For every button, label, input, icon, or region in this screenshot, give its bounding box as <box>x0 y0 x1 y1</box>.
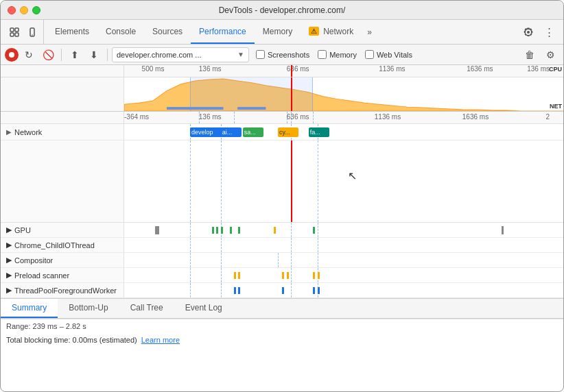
tab-elements[interactable]: Elements <box>47 20 97 44</box>
tab-bar: Elements Console Sources Performance Mem… <box>1 20 563 45</box>
upload-icon[interactable]: ⬆ <box>66 46 84 64</box>
title-bar: DevTools - developer.chrome.com/ <box>1 1 563 20</box>
ruler-tick-4: 1136 ms <box>379 65 405 73</box>
gpu-expand-icon[interactable]: ▶ <box>6 225 12 234</box>
ruler-tick-2: 136 ms <box>199 65 222 73</box>
tab-sources[interactable]: Sources <box>144 20 191 44</box>
tab-performance[interactable]: Performance <box>191 20 255 44</box>
gpu-green-1 <box>212 227 214 234</box>
time-selection <box>190 77 313 111</box>
network-row-content: develop ai... sa... cy... fa... <box>124 124 563 140</box>
settings-icon[interactable] <box>519 23 537 41</box>
total-blocking-text: Total blocking time: 0.00ms (estimated) <box>6 336 137 344</box>
download-icon[interactable]: ⬇ <box>85 46 103 64</box>
tab-overflow-btn[interactable]: » <box>362 20 377 44</box>
mobile-icon[interactable] <box>24 24 40 40</box>
screenshots-input[interactable] <box>256 50 265 59</box>
webvitals-checkbox[interactable]: Web Vitals <box>365 50 412 59</box>
ruler-tick-5: 1636 ms <box>467 65 493 73</box>
network-expand-icon[interactable]: ▶ <box>6 128 12 136</box>
minimize-button[interactable] <box>20 6 28 14</box>
memory-checkbox[interactable]: Memory <box>318 50 357 59</box>
gpu-label[interactable]: ▶ GPU <box>1 223 124 237</box>
record-button[interactable] <box>5 48 19 62</box>
comp-dv4 <box>291 253 292 267</box>
toolbar-settings-icon[interactable]: ⚙ <box>541 46 559 64</box>
btab-event-log[interactable]: Event Log <box>174 299 233 318</box>
gpu-bar-1 <box>155 226 159 234</box>
ct-dv3 <box>291 238 292 252</box>
tab-icons <box>3 20 44 44</box>
compositor-content <box>124 253 563 267</box>
checkbox-group: Screenshots Memory Web Vitals <box>256 50 412 59</box>
total-blocking-bar: Total blocking time: 0.00ms (estimated) … <box>1 333 563 347</box>
childiothread-expand-icon[interactable]: ▶ <box>6 241 12 249</box>
timeline-ruler: 500 ms 136 ms 636 ms 1136 ms 1636 ms 136… <box>1 65 563 77</box>
threadpool-label[interactable]: ▶ ThreadPoolForegroundWorker <box>1 283 124 297</box>
close-button[interactable] <box>8 6 16 14</box>
maximize-button[interactable] <box>32 6 40 14</box>
ruler-tick-3: 636 ms <box>287 65 309 73</box>
trash-icon[interactable]: 🗑 <box>521 46 539 64</box>
learn-more-link[interactable]: Learn more <box>141 336 180 344</box>
webvitals-input[interactable] <box>365 50 374 59</box>
tp-dv2 <box>221 283 222 297</box>
clear-button[interactable]: 🚫 <box>39 46 57 64</box>
btab-bottom-up[interactable]: Bottom-Up <box>58 299 119 318</box>
pl-dv1 <box>190 268 191 282</box>
compositor-expand-icon[interactable]: ▶ <box>6 256 12 265</box>
pl-yellow-3 <box>282 272 284 279</box>
reload-button[interactable]: ↻ <box>20 46 38 64</box>
gpu-dv1 <box>190 223 191 237</box>
tab-memory[interactable]: Memory <box>255 20 301 44</box>
time-tick-1: -364 ms <box>124 113 149 121</box>
time-tick-2: 136 ms <box>199 113 222 121</box>
time-tick-4: 1136 ms <box>375 113 401 121</box>
time-row: -364 ms 136 ms 636 ms 1136 ms 1636 ms 2 <box>1 112 563 124</box>
cursor-pointer-icon: ↖ <box>348 169 357 182</box>
tp-blue-4 <box>313 287 315 294</box>
net-chip-4: cy... <box>278 127 298 137</box>
svg-rect-0 <box>10 28 14 32</box>
compositor-label[interactable]: ▶ Compositor <box>1 253 124 267</box>
comp-dv5 <box>318 253 318 267</box>
childiothread-label[interactable]: ▶ Chrome_ChildIOThread <box>1 238 124 252</box>
track-gpu: ▶ GPU <box>1 223 563 238</box>
time-tick-6: 2 <box>545 113 550 121</box>
ruler-tick-6: 136 ms <box>527 65 550 73</box>
network-row-label[interactable]: ▶ Network <box>1 124 124 140</box>
pl-dv3 <box>291 268 292 282</box>
cpu-overview: NET <box>1 77 563 112</box>
preload-label[interactable]: ▶ Preload scanner <box>1 268 124 282</box>
threadpool-expand-icon[interactable]: ▶ <box>6 286 12 295</box>
window-title: DevTools - developer.chrome.com/ <box>219 5 346 15</box>
inspect-icon[interactable] <box>6 24 23 40</box>
more-options-icon[interactable]: ⋮ <box>540 23 558 41</box>
gpu-green-4 <box>230 227 232 234</box>
tp-blue-3 <box>282 287 284 294</box>
memory-input[interactable] <box>318 50 327 59</box>
track-compositor: ▶ Compositor <box>1 253 563 268</box>
btab-call-tree[interactable]: Call Tree <box>119 299 174 318</box>
tab-network[interactable]: ⚠ Network <box>301 20 362 44</box>
cpu-label: CPU <box>549 66 562 73</box>
url-dropdown-icon[interactable]: ▼ <box>237 51 244 58</box>
ct-dv4 <box>318 238 318 252</box>
tab-console[interactable]: Console <box>97 20 144 44</box>
gpu-bar-2 <box>502 226 504 234</box>
pl-yellow-6 <box>318 272 320 279</box>
flame-dv1 <box>190 140 191 222</box>
gpu-green-6 <box>313 227 315 234</box>
network-row: ▶ Network develop ai... sa... cy... fa..… <box>1 124 563 140</box>
btab-summary[interactable]: Summary <box>1 299 58 318</box>
tracks-area: ▶ GPU ▶ Chrome_ChildIOThread <box>1 223 563 298</box>
screenshots-checkbox[interactable]: Screenshots <box>256 50 309 59</box>
dashed-line-2 <box>234 112 235 123</box>
svg-point-5 <box>32 34 33 36</box>
ruler-tick-1: 500 ms <box>142 65 165 73</box>
svg-rect-2 <box>15 28 19 32</box>
flame-red-line <box>291 140 292 222</box>
preload-expand-icon[interactable]: ▶ <box>6 271 12 280</box>
track-threadpool: ▶ ThreadPoolForegroundWorker <box>1 283 563 298</box>
threadpool-label-text: ThreadPoolForegroundWorker <box>14 286 117 295</box>
